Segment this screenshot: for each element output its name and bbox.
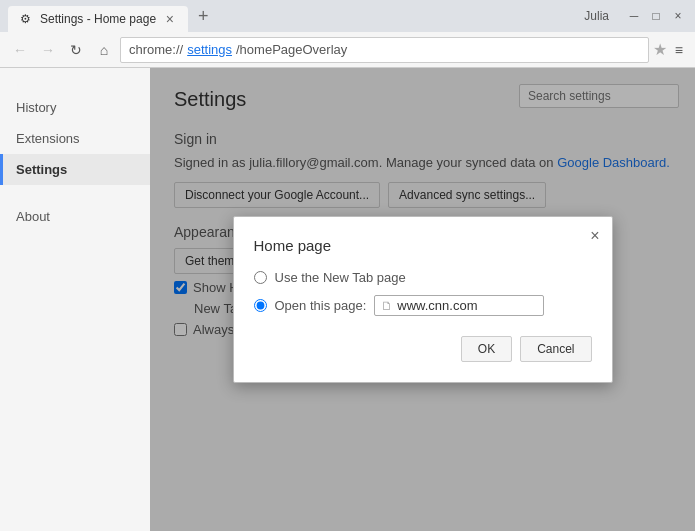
new-tab-radio-row: Use the New Tab page: [254, 270, 592, 285]
home-button[interactable]: ⌂: [92, 38, 116, 62]
open-page-label: Open this page:: [275, 298, 367, 313]
page-input-wrap: 🗋: [374, 295, 544, 316]
sidebar-item-history[interactable]: History: [0, 92, 150, 123]
cancel-button[interactable]: Cancel: [520, 336, 591, 362]
page-file-icon: 🗋: [381, 299, 393, 313]
sidebar-item-settings[interactable]: Settings: [0, 154, 150, 185]
tab-title: Settings - Home page: [40, 12, 156, 26]
ok-button[interactable]: OK: [461, 336, 512, 362]
minimize-button[interactable]: ─: [625, 7, 643, 25]
tab-favicon-icon: ⚙: [20, 12, 34, 26]
refresh-button[interactable]: ↻: [64, 38, 88, 62]
home-page-dialog: Home page × Use the New Tab page Open th…: [233, 216, 613, 383]
dialog-overlay: Home page × Use the New Tab page Open th…: [150, 68, 695, 531]
settings-panel: Settings Sign in Signed in as julia.fill…: [150, 68, 695, 531]
main-content: History Extensions Settings About Settin…: [0, 68, 695, 531]
new-tab-radio-label: Use the New Tab page: [275, 270, 406, 285]
open-page-radio[interactable]: [254, 299, 267, 312]
sidebar-section: History Extensions Settings About: [0, 92, 150, 232]
new-tab-button[interactable]: +: [188, 2, 219, 31]
dialog-title: Home page: [254, 237, 592, 254]
sidebar-item-about[interactable]: About: [0, 201, 150, 232]
window-controls: ─ □ ×: [625, 7, 687, 25]
address-protocol: chrome://: [129, 42, 183, 57]
forward-button[interactable]: →: [36, 38, 60, 62]
tab-bar: ⚙ Settings - Home page × +: [8, 0, 584, 32]
new-tab-radio[interactable]: [254, 271, 267, 284]
browser-window: ⚙ Settings - Home page × + Julia ─ □ × ←…: [0, 0, 695, 531]
tab-close-button[interactable]: ×: [164, 11, 176, 27]
address-highlight: settings: [187, 42, 232, 57]
dialog-close-button[interactable]: ×: [590, 227, 599, 245]
maximize-button[interactable]: □: [647, 7, 665, 25]
title-bar: ⚙ Settings - Home page × + Julia ─ □ ×: [0, 0, 695, 32]
bookmark-star-icon[interactable]: ★: [653, 40, 667, 59]
page-url-input[interactable]: [397, 298, 537, 313]
active-tab[interactable]: ⚙ Settings - Home page ×: [8, 6, 188, 32]
dialog-footer: OK Cancel: [254, 336, 592, 362]
close-window-button[interactable]: ×: [669, 7, 687, 25]
sidebar-item-extensions[interactable]: Extensions: [0, 123, 150, 154]
user-label: Julia: [584, 9, 609, 23]
chrome-menu-icon[interactable]: ≡: [671, 40, 687, 60]
back-button[interactable]: ←: [8, 38, 32, 62]
address-rest: /homePageOverlay: [236, 42, 347, 57]
open-page-radio-row: Open this page: 🗋: [254, 295, 592, 316]
address-bar-wrap[interactable]: chrome://settings/homePageOverlay: [120, 37, 649, 63]
sidebar: History Extensions Settings About: [0, 68, 150, 531]
toolbar: ← → ↻ ⌂ chrome://settings/homePageOverla…: [0, 32, 695, 68]
